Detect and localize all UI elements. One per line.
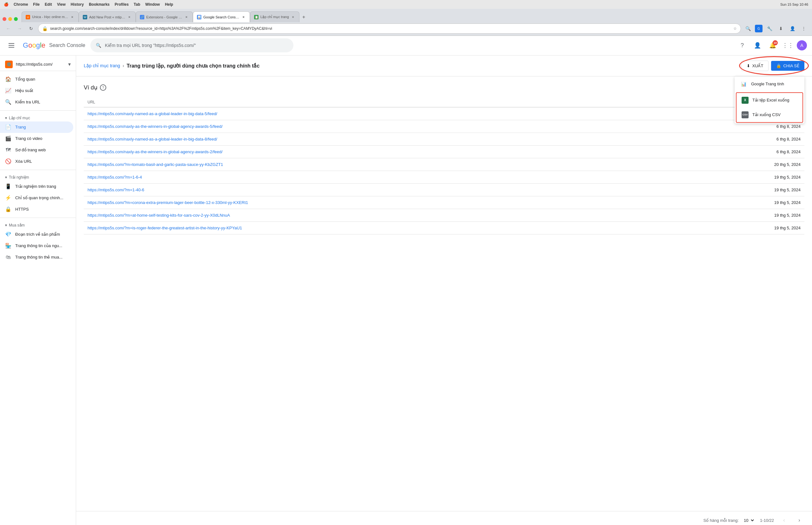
gsc-search-bar[interactable]: 🔍 Kiểm tra mọi URL trong "https://mtips5… xyxy=(90,39,294,52)
tab-unica-close[interactable]: ✕ xyxy=(70,15,75,19)
tab-lapchimuc-favicon: 📋 xyxy=(254,15,258,19)
notifications-icon[interactable]: 🔔 10 xyxy=(766,39,779,52)
apps-icon[interactable]: ⋮⋮ xyxy=(782,39,794,52)
table-cell-url[interactable]: https://mtips5s.com/naxly-named-as-a-glo… xyxy=(84,133,683,145)
tab-addpost-title: Add New Post « mtips5s — W... xyxy=(89,15,125,19)
sidebar-item-so-do[interactable]: 🗺 Sơ đồ trang web xyxy=(0,144,73,156)
sidebar-label-trang: Trang xyxy=(15,125,26,130)
info-icon[interactable]: ? xyxy=(100,85,106,91)
account-icon[interactable]: 👤 xyxy=(751,39,764,52)
sidebar-item-trang-co-video[interactable]: 🎬 Trang có video xyxy=(0,133,73,144)
extension-icon-2[interactable]: G xyxy=(755,25,763,32)
section-mua-sam[interactable]: ▾ Mua sắm xyxy=(0,221,76,229)
table-cell-url[interactable]: https://mtips5s.com/?m=is-roger-federer-… xyxy=(84,221,683,234)
property-url: https://mtips5s.com/ xyxy=(16,62,65,66)
section-trai-nghiem[interactable]: ▾ Trải nghiệm xyxy=(0,172,76,181)
export-button[interactable]: ⬇ XUẤT xyxy=(741,61,769,71)
https-icon: 🔒 xyxy=(5,206,11,212)
sidebar-item-thong-tin-nguoi[interactable]: 🏪 Trang thông tin của ngu... xyxy=(0,240,73,252)
pagination-range: 1-10/22 xyxy=(760,518,774,523)
table-cell-url[interactable]: https://mtips5s.com/?m=1-6-4 xyxy=(84,171,683,183)
apple-icon[interactable]: 🍎 xyxy=(4,2,9,7)
breadcrumb-parent[interactable]: Lập chỉ mục trang xyxy=(84,63,120,68)
tab-unica[interactable]: U Unica - Học online mọi kỹ n... ✕ xyxy=(21,11,79,22)
sidebar-item-trang[interactable]: 📄 Trang xyxy=(0,121,73,133)
file-menu[interactable]: File xyxy=(33,2,40,7)
new-tab-button[interactable]: + xyxy=(299,13,308,21)
dropdown-item-google-sheets[interactable]: 📊 Google Trang tính xyxy=(735,76,805,92)
breadcrumb-current: Trang trùng lặp, người dùng chưa chọn tr… xyxy=(126,63,259,69)
tab-extensions[interactable]: 🔗 Extensions - Google Search C... ✕ xyxy=(136,11,193,22)
tab-gsc-close[interactable]: ✕ xyxy=(241,15,246,19)
sidebar-item-chi-so[interactable]: ⚡ Chỉ số quan trọng chính... xyxy=(0,192,73,204)
user-avatar[interactable]: A xyxy=(797,40,807,50)
extension-icon-4[interactable]: ⬇ xyxy=(777,24,785,33)
pagination-prev-button[interactable]: ‹ xyxy=(779,515,789,525)
tab-menu[interactable]: Tab xyxy=(134,2,140,7)
sidebar-label-the-mua: Trang thông tin thẻ mua... xyxy=(15,255,62,259)
view-menu[interactable]: View xyxy=(57,2,66,7)
sidebar-item-doan-trich[interactable]: 💎 Đoạn trích về sản phẩm xyxy=(0,229,73,240)
table-cell-url[interactable]: https://mtips5s.com/?m=corona-extra-prem… xyxy=(84,196,683,209)
tab-lapchimuc-close[interactable]: ✕ xyxy=(291,15,295,19)
help-menu[interactable]: Help xyxy=(165,2,173,7)
address-bar[interactable]: 🔒 search.google.com/search-console/index… xyxy=(38,24,741,34)
extension-icon-3[interactable]: 🔧 xyxy=(765,24,774,33)
property-selector[interactable]: 🌐 https://mtips5s.com/ ▾ xyxy=(0,58,76,71)
secure-icon: 🔒 xyxy=(42,26,48,31)
chrome-menu[interactable]: Chrome xyxy=(14,2,28,7)
table-cell-url[interactable]: https://mtips5s.com/naxly-named-as-a-glo… xyxy=(84,107,683,120)
tab-extensions-close[interactable]: ✕ xyxy=(184,15,189,19)
window-menu[interactable]: Window xyxy=(145,2,160,7)
sidebar-item-hieu-suat[interactable]: 📈 Hiệu suất xyxy=(0,85,73,96)
sidebar-item-xoa-url[interactable]: 🚫 Xóa URL xyxy=(0,156,73,167)
gsc-app: Google Search Console 🔍 Kiểm tra mọi URL… xyxy=(0,36,812,525)
sidebar-item-tong-quan[interactable]: 🏠 Tổng quan xyxy=(0,74,73,85)
dropdown-item-excel[interactable]: X Tải tệp Excel xuống xyxy=(737,93,802,107)
table-cell-url[interactable]: https://mtips5s.com/?m=at-home-self-test… xyxy=(84,209,683,221)
hamburger-menu[interactable] xyxy=(5,39,18,52)
logo-o-red: o xyxy=(28,41,32,49)
table-row: https://mtips5s.com/naxly-as-the-winners… xyxy=(84,120,805,133)
experience-icon: 📱 xyxy=(5,183,11,190)
table-cell-date: 19 thg 5, 2024 xyxy=(683,209,805,221)
profile-icon[interactable]: 👤 xyxy=(788,24,797,33)
table-cell-url[interactable]: https://mtips5s.com/naxly-as-the-winners… xyxy=(84,145,683,158)
table-cell-url[interactable]: https://mtips5s.com/naxly-as-the-winners… xyxy=(84,120,683,133)
tab-addpost-close[interactable]: ✕ xyxy=(127,15,132,19)
page-icon: 📄 xyxy=(5,124,11,130)
pagination-next-button[interactable]: › xyxy=(794,515,805,525)
profiles-menu[interactable]: Profiles xyxy=(115,2,129,7)
table-cell-url[interactable]: https://mtips5s.com/?m=1-40-6 xyxy=(84,183,683,196)
history-menu[interactable]: History xyxy=(71,2,84,7)
table-cell-date: 19 thg 5, 2024 xyxy=(683,196,805,209)
back-button[interactable]: ← xyxy=(4,24,13,33)
gsc-product-name: Search Console xyxy=(49,43,85,48)
sidebar-item-trai-nghiem-tren-trang[interactable]: 📱 Trải nghiệm trên trang xyxy=(0,181,73,192)
share-button[interactable]: 🔒 CHIA SẺ xyxy=(771,61,805,71)
section-lap-chi-muc[interactable]: ▾ Lập chỉ mục xyxy=(0,113,76,121)
help-icon[interactable]: ? xyxy=(736,39,749,52)
bookmark-icon[interactable]: ☆ xyxy=(733,26,737,31)
sidebar-item-the-mua[interactable]: 🛍 Trang thông tin thẻ mua... xyxy=(0,252,73,263)
maximize-window-btn[interactable] xyxy=(14,17,18,21)
dropdown-item-csv[interactable]: CSV Tải xuống CSV xyxy=(737,107,802,122)
forward-button[interactable]: → xyxy=(15,24,24,33)
table-cell-url[interactable]: https://mtips5s.com/?m=tomato-basil-and-… xyxy=(84,158,683,171)
minimize-window-btn[interactable] xyxy=(8,17,12,21)
tab-gsc-favicon: 📊 xyxy=(197,15,201,19)
section-title-mua-sam: Mua sắm xyxy=(9,223,25,227)
reload-button[interactable]: ↻ xyxy=(27,24,35,33)
tab-gsc[interactable]: 📊 Google Search Console & Bin... ✕ xyxy=(193,11,250,22)
sidebar-item-https[interactable]: 🔒 HTTPS xyxy=(0,204,73,215)
edit-menu[interactable]: Edit xyxy=(45,2,52,7)
bookmarks-menu[interactable]: Bookmarks xyxy=(89,2,109,7)
tab-lapchimuc[interactable]: 📋 Lập chỉ mục trang ✕ xyxy=(250,11,299,22)
close-window-btn[interactable] xyxy=(2,17,6,21)
sidebar-label-so-do: Sơ đồ trang web xyxy=(15,148,46,152)
menu-button[interactable]: ⋮ xyxy=(799,24,808,33)
sidebar-item-kiem-tra-url[interactable]: 🔍 Kiểm tra URL xyxy=(0,96,73,108)
tab-addpost[interactable]: W Add New Post « mtips5s — W... ✕ xyxy=(79,11,136,22)
rows-per-page-select[interactable]: 10 25 50 xyxy=(741,516,755,524)
extension-icon-1[interactable]: 🔍 xyxy=(743,24,752,33)
